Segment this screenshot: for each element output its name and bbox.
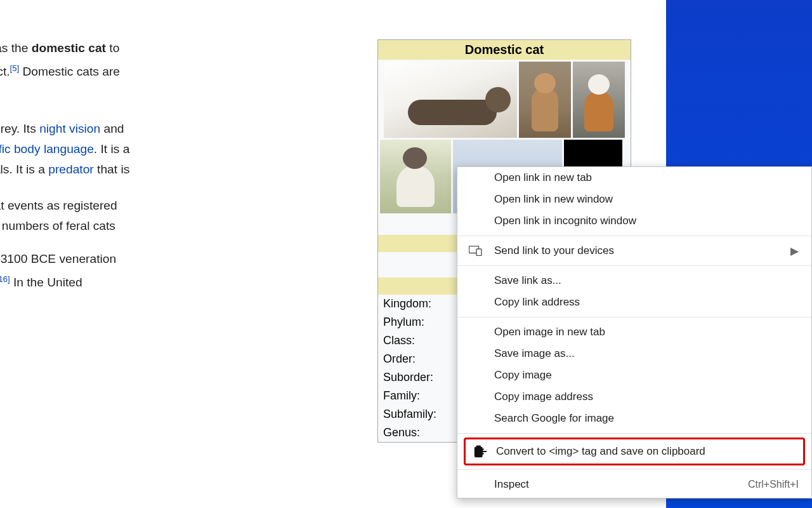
- ctx-label: Copy image: [494, 369, 552, 382]
- ctx-label: Search Google for image: [494, 412, 614, 425]
- ctx-open-link-new-window[interactable]: Open link in new window: [457, 189, 811, 210]
- infobox-image-abyssinian[interactable]: [519, 62, 571, 138]
- ctx-label: Send link to your devices: [494, 244, 614, 257]
- devices-icon: [469, 244, 483, 257]
- classif-key: Phylum:: [383, 316, 453, 329]
- link-night-vision[interactable]: night vision: [39, 122, 100, 135]
- ctx-send-to-devices[interactable]: Send link to your devices ▶: [457, 240, 811, 262]
- svg-rect-1: [476, 249, 481, 256]
- ctx-separator: [457, 317, 811, 318]
- text: that is: [94, 163, 130, 176]
- ctx-label: Open link in new tab: [494, 171, 592, 184]
- ctx-inspect[interactable]: Inspect Ctrl+Shift+I: [457, 474, 811, 495]
- svg-rect-3: [476, 445, 481, 448]
- ctx-separator: [457, 236, 811, 236]
- cat-head-shape: [534, 73, 556, 93]
- cat-body-shape: [408, 100, 497, 125]
- ctx-search-google-image[interactable]: Search Google for image: [457, 408, 811, 429]
- cat-head-shape: [403, 147, 427, 169]
- ctx-copy-image-address[interactable]: Copy image address: [457, 386, 811, 408]
- text: ranges freely and avoids human contact.: [0, 65, 10, 78]
- ctx-separator: [457, 469, 811, 470]
- text: Domestic cats are bred and shown at even…: [0, 199, 117, 212]
- article-paragraph-1: family Felidae and is often referred to …: [0, 38, 362, 106]
- ctx-label: Open link in new window: [494, 193, 613, 206]
- article-paragraph-3: [9] Domestic cats are bred and shown at …: [0, 192, 362, 236]
- classif-key: Family:: [383, 389, 453, 403]
- ref-5[interactable]: [5]: [10, 64, 19, 73]
- ctx-shortcut: Ctrl+Shift+I: [748, 479, 799, 490]
- ctx-label: Inspect: [494, 478, 529, 491]
- ctx-save-image-as[interactable]: Save image as...: [457, 343, 811, 364]
- ctx-copy-image[interactable]: Copy image: [457, 364, 811, 386]
- infobox-image-tabby[interactable]: [384, 62, 517, 138]
- infobox-image-siamese[interactable]: [380, 140, 451, 213]
- classif-key: Suborder:: [383, 371, 453, 384]
- ctx-label: Save link as...: [494, 274, 561, 287]
- ctx-highlighted-item: Convert to <img> tag and save on clipboa…: [464, 438, 805, 465]
- classif-key: Order:: [383, 352, 453, 366]
- ctx-label: Save image as...: [494, 347, 575, 360]
- ctx-open-link-new-tab[interactable]: Open link in new tab: [457, 167, 811, 189]
- text: , as since around 3100 BCE veneration: [0, 252, 116, 265]
- ctx-open-link-incognito[interactable]: Open link in incognito window: [457, 210, 811, 232]
- ctx-label: Open link in incognito window: [494, 215, 636, 227]
- cat-head-shape: [588, 74, 610, 95]
- chevron-right-icon: ▶: [790, 244, 799, 258]
- ctx-save-link-as[interactable]: Save link as...: [457, 270, 811, 291]
- classif-key: Class:: [383, 334, 453, 347]
- ctx-open-image-new-tab[interactable]: Open image in new tab: [457, 321, 811, 343]
- bold-domestic-cat: domestic cat: [32, 41, 106, 55]
- ctx-convert-img-tag[interactable]: Convert to <img> tag and save on clipboa…: [466, 439, 803, 464]
- context-menu: Open link in new tab Open link in new wi…: [457, 166, 812, 498]
- classif-key: Kingdom:: [383, 297, 453, 311]
- infobox-image-orange-white[interactable]: [573, 62, 625, 138]
- ctx-label: Open image in new tab: [494, 326, 605, 338]
- cat-body-shape: [532, 87, 558, 131]
- text: In the United: [10, 276, 82, 290]
- ctx-label: Copy link address: [494, 296, 580, 309]
- infobox-image-row1: [378, 60, 631, 140]
- classif-key: Subfamily:: [383, 408, 453, 421]
- ctx-label: Convert to <img> tag and save on clipboa…: [496, 445, 705, 458]
- article-paragraph-2: actable claws adapted to killing small p…: [0, 119, 362, 180]
- text: Domestic cats are: [19, 65, 120, 78]
- ctx-separator: [457, 433, 811, 434]
- link-body-language[interactable]: cat-specific body language: [0, 142, 94, 156]
- text: to: [106, 41, 119, 55]
- text: adapted to killing small prey. Its: [0, 122, 39, 135]
- ref-16[interactable]: [16]: [0, 274, 10, 284]
- text: and: [100, 122, 124, 135]
- cat-head-shape: [485, 87, 511, 112]
- infobox-title: Domestic cat: [378, 40, 631, 60]
- extension-clipboard-icon: [473, 445, 487, 458]
- page-root: family Felidae and is often referred to …: [0, 0, 812, 508]
- article-paragraph-4: ated in ancient Egypt, as since around 3…: [0, 249, 362, 293]
- text: . It is a: [94, 142, 130, 156]
- cat-body-shape: [396, 165, 435, 207]
- article-body: family Felidae and is often referred to …: [0, 38, 362, 306]
- ctx-separator: [457, 265, 811, 266]
- cat-body-shape: [584, 91, 613, 131]
- text: abandonment of pets, resulted in large n…: [0, 219, 115, 232]
- ctx-copy-link-address[interactable]: Copy link address: [457, 291, 811, 313]
- text: and other small mammals. It is a: [0, 163, 48, 176]
- ctx-label: Copy image address: [494, 391, 593, 403]
- text: and is often referred to as the: [0, 41, 32, 55]
- classif-key: Genus:: [383, 426, 453, 439]
- link-predator[interactable]: predator: [48, 163, 93, 176]
